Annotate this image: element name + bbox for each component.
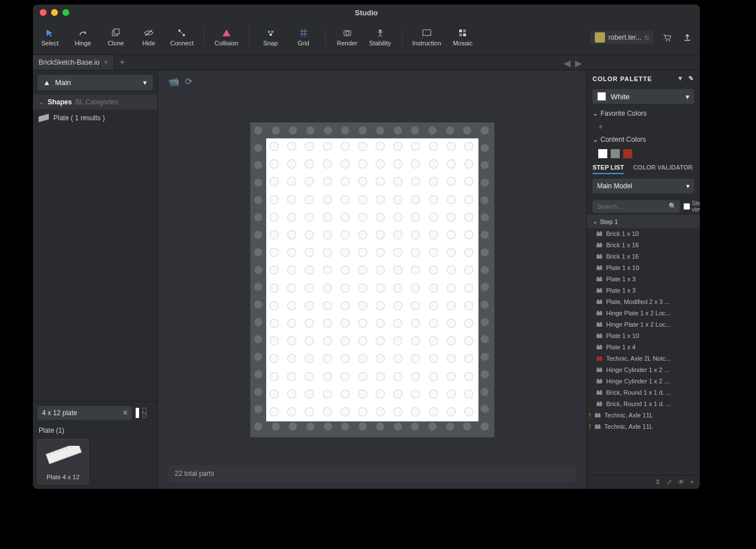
shapes-tab[interactable]: Shapes — [48, 98, 72, 106]
step-item-label: Hinge Cylinder 1 x 2 ... — [606, 378, 669, 385]
svg-rect-46 — [600, 299, 602, 301]
tool-render[interactable]: Render — [336, 28, 359, 47]
chevron-down-icon: ⌄ — [593, 109, 598, 117]
step-item-label: Plate 1 x 4 — [606, 344, 636, 350]
step-item[interactable]: !Technic, Axle 11L — [587, 421, 700, 432]
part-thumbnail[interactable]: Plate 4 x 12 — [37, 439, 89, 484]
color-filter-none[interactable] — [142, 408, 146, 418]
upload-button[interactable] — [681, 31, 694, 44]
tool-instruction[interactable]: Instruction — [413, 28, 442, 47]
step-item[interactable]: Plate 1 x 3 — [587, 273, 700, 285]
clear-search-icon[interactable]: × — [123, 408, 128, 418]
tool-clone[interactable]: Clone — [104, 28, 127, 47]
brick-icon — [596, 254, 603, 259]
collapse-icon[interactable]: ⇕ — [655, 478, 661, 486]
mosaic-icon — [457, 28, 468, 37]
step-view-toggle[interactable]: Step view — [683, 200, 700, 213]
tool-grid[interactable]: Grid — [292, 28, 315, 47]
view-grid-button[interactable] — [150, 408, 153, 418]
tool-select[interactable]: Select — [39, 28, 61, 47]
tool-collision[interactable]: Collision — [215, 28, 238, 47]
content-color-swatch[interactable] — [623, 149, 632, 158]
tool-hinge[interactable]: Hinge — [72, 28, 94, 47]
tab-step-list[interactable]: STEP LIST — [593, 164, 624, 174]
step-item[interactable]: Plate 1 x 10 — [587, 262, 700, 273]
step-item[interactable]: Hinge Cylinder 1 x 2 ... — [587, 375, 700, 387]
nav-next-icon[interactable]: ▶ — [575, 58, 582, 69]
model-selector[interactable]: Main Model ▾ — [593, 179, 694, 193]
camera-icon[interactable]: 📹 — [168, 76, 179, 87]
svg-rect-39 — [597, 277, 599, 278]
plate-result-row[interactable]: Plate ( 1 results ) — [33, 109, 157, 126]
chevron-down-icon: ▾ — [143, 78, 147, 87]
tool-mosaic[interactable]: Mosaic — [451, 28, 474, 47]
grid-icon — [299, 28, 309, 37]
step-item[interactable]: Brick, Round 1 x 1 d. ... — [587, 398, 700, 409]
visibility-icon[interactable]: 👁 — [678, 478, 684, 486]
cart-button[interactable] — [660, 31, 674, 44]
svg-rect-1 — [114, 29, 119, 34]
snap-icon — [266, 28, 276, 37]
tool-connect[interactable]: Connect — [170, 28, 194, 47]
color-swatch — [597, 92, 606, 101]
tab-color-validator[interactable]: COLOR VALIDATOR — [633, 164, 692, 174]
color-filter-white[interactable] — [136, 408, 138, 418]
step-item[interactable]: Hinge Plate 1 x 2 Loc... — [587, 319, 700, 330]
content-color-swatch[interactable] — [598, 149, 607, 158]
svg-rect-76 — [598, 413, 600, 415]
brick-icon — [596, 242, 603, 248]
brick-icon — [596, 310, 603, 316]
step-item[interactable]: Plate 1 x 10 — [587, 330, 700, 341]
add-step-icon[interactable]: + — [690, 478, 694, 486]
tool-hide[interactable]: Hide — [137, 28, 160, 47]
model-icon: ▲ — [43, 78, 51, 87]
step-item[interactable]: Hinge Plate 1 x 2 Loc... — [587, 307, 700, 319]
rotate-icon[interactable]: ⟳ — [185, 76, 192, 87]
step-item[interactable]: Hinge Cylinder 1 x 2 ... — [587, 364, 700, 375]
user-chip[interactable]: robert.ter... ⎋ — [590, 31, 653, 44]
close-tab-icon[interactable]: × — [104, 58, 108, 66]
step-item[interactable]: !Technic, Axle 11L — [587, 409, 700, 421]
hinge-icon — [78, 28, 88, 37]
palette-fill-icon[interactable]: ▼ — [677, 75, 684, 82]
step-item[interactable]: Brick 1 x 16 — [587, 239, 700, 251]
content-colors-header[interactable]: ⌄ Content Colors — [587, 132, 700, 147]
part-search-input[interactable] — [37, 406, 132, 420]
favorite-colors-header[interactable]: ⌄ Favorite Colors — [587, 106, 700, 121]
svg-rect-12 — [459, 29, 462, 32]
file-tab[interactable]: BrickSketch-Base.io × — [33, 55, 114, 70]
tool-stability[interactable]: Stability — [369, 28, 392, 47]
canvas[interactable] — [250, 123, 494, 437]
eyedropper-icon[interactable]: ✎ — [688, 75, 694, 82]
svg-rect-15 — [463, 33, 466, 36]
new-tab-button[interactable]: + — [114, 55, 130, 70]
svg-rect-63 — [597, 368, 599, 369]
svg-rect-67 — [600, 379, 602, 381]
svg-rect-43 — [600, 288, 602, 290]
tool-snap[interactable]: Snap — [259, 28, 282, 47]
step-item[interactable]: Technic, Axle 2L Notc... — [587, 353, 700, 364]
svg-rect-72 — [597, 402, 599, 403]
step-item[interactable]: Plate 1 x 4 — [587, 341, 700, 353]
step-item-label: Brick 1 x 16 — [606, 253, 639, 260]
main-selector[interactable]: ▲Main ▾ — [37, 75, 153, 90]
step-header[interactable]: ⌄ Step 1 — [587, 215, 700, 228]
hide-icon — [144, 28, 154, 37]
step-item[interactable]: Brick 1 x 16 — [587, 251, 700, 262]
step-search-input[interactable] — [593, 200, 680, 213]
content-color-swatch[interactable] — [611, 149, 620, 158]
svg-rect-34 — [600, 254, 602, 256]
categories-tab[interactable]: BL Categories — [75, 98, 119, 106]
step-item-label: Plate 1 x 10 — [606, 332, 639, 339]
step-item[interactable]: Plate 1 x 3 — [587, 285, 700, 296]
step-item[interactable]: Brick, Round 1 x 1 d. ... — [587, 387, 700, 398]
svg-rect-7 — [271, 31, 274, 33]
svg-rect-49 — [600, 311, 602, 312]
add-favorite-button[interactable]: + — [587, 121, 700, 132]
color-selector[interactable]: White ▾ — [593, 89, 694, 104]
nav-prev-icon[interactable]: ◀ — [564, 58, 570, 69]
step-item[interactable]: Brick 1 x 10 — [587, 228, 700, 239]
expand-icon[interactable]: ⤢ — [666, 478, 672, 486]
step-item[interactable]: Plate, Modified 2 x 3 ... — [587, 296, 700, 307]
svg-rect-57 — [597, 345, 599, 347]
